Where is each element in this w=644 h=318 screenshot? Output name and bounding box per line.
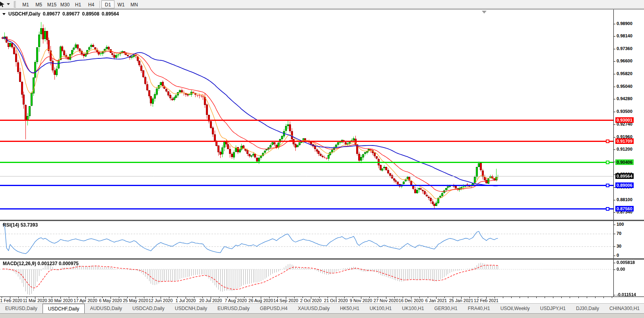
timeframe-buttons: M1M5M15M30H1H4D1W1MN xyxy=(19,0,141,8)
price-tick-label: 0.91200 xyxy=(617,147,632,151)
toolbar-separator xyxy=(99,1,100,8)
rsi-axis[interactable]: 10070300 xyxy=(613,221,644,258)
axis-tick-mark xyxy=(614,74,615,74)
time-tick-mark xyxy=(570,297,570,298)
symbol-collapse-icon[interactable] xyxy=(2,13,6,15)
chart-tab-gbpusd[interactable]: GBPUSD,H4 xyxy=(255,304,293,313)
hline-price-label: 0.87560 xyxy=(615,206,634,211)
hline-price-label: 0.89006 xyxy=(615,182,634,188)
time-tick-mark xyxy=(612,297,612,298)
price-tick-label: 0.94280 xyxy=(617,96,632,101)
time-tick-mark xyxy=(561,297,562,298)
date-label: 25 Jan 2021 xyxy=(449,298,473,303)
macd-panel: MACD(12,26,9) 0.001237 0.000975 0.005818… xyxy=(0,260,644,297)
rsi-scale-label: 0 xyxy=(617,253,619,258)
price-tick-label: 0.93500 xyxy=(617,109,632,114)
chart-tab-uk100[interactable]: UK100,H1 xyxy=(397,304,429,313)
quote-close: 0.89564 xyxy=(102,11,119,17)
cursor-tool-icon[interactable] xyxy=(0,1,6,8)
chart-tab-eurusd[interactable]: EURUSD,Daily xyxy=(212,304,255,313)
chart-tab-fra40[interactable]: FRA40,H1 xyxy=(463,304,495,313)
chart-tab-audusd[interactable]: AUDUSD,Daily xyxy=(85,304,127,313)
time-tick-mark xyxy=(528,297,528,298)
chart-tab-uk100[interactable]: UK100,H1 xyxy=(365,304,397,313)
date-label: 9 Nov 2020 xyxy=(350,298,372,303)
chart-tab-hk50[interactable]: HK50,H1 xyxy=(335,304,365,313)
date-label: 17 Apr 2020 xyxy=(74,298,97,303)
chart-tab-dj30[interactable]: DJ30,Daily xyxy=(571,304,604,313)
rsi-canvas[interactable] xyxy=(0,221,613,258)
time-tick-mark xyxy=(553,297,553,298)
chart-tab-usoil[interactable]: USOil,Weekly xyxy=(495,304,535,313)
date-label: 1 Jul 2020 xyxy=(176,298,196,303)
date-label: 2 Oct 2020 xyxy=(300,298,322,303)
bottom-strip xyxy=(0,313,644,318)
timeframe-button-m1[interactable]: M1 xyxy=(19,0,32,8)
quote-open: 0.89677 xyxy=(43,11,60,17)
date-label: 12 Feb 2021 xyxy=(474,298,499,303)
price-tick-label: 0.98140 xyxy=(617,33,632,38)
axis-tick-mark xyxy=(614,246,615,247)
axis-tick-mark xyxy=(614,270,615,270)
axis-tick-mark xyxy=(614,36,615,37)
date-label: 20 Jul 2020 xyxy=(200,298,222,303)
quote-high: 0.89677 xyxy=(62,11,80,17)
timeframe-button-mn[interactable]: MN xyxy=(128,0,141,8)
price-axis[interactable]: 0.989000.981400.973600.966000.958200.950… xyxy=(613,10,644,220)
price-tick-label: 0.98900 xyxy=(617,21,632,26)
chart-tab-usdcnh[interactable]: USDCNH,Daily xyxy=(170,304,212,313)
time-tick-mark xyxy=(545,297,545,298)
timeframe-button-m5[interactable]: M5 xyxy=(32,0,45,8)
timeframe-button-w1[interactable]: W1 xyxy=(114,0,128,8)
macd-canvas[interactable] xyxy=(0,260,613,297)
time-axis[interactable]: 21 Feb 202011 Mar 202030 Mar 202017 Apr … xyxy=(0,297,644,303)
chart-tab-usdchf[interactable]: USDCHF,Daily xyxy=(43,304,85,313)
date-label: 14 Sep 2020 xyxy=(274,298,298,303)
rsi-panel: RSI(14) 53.7393 10070300 xyxy=(0,221,644,258)
price-tick-label: 0.95040 xyxy=(617,84,632,89)
time-tick-mark xyxy=(603,297,604,298)
price-tick-label: 0.97360 xyxy=(617,46,632,51)
chart-tab-ger30[interactable]: GER30,H1 xyxy=(429,304,463,313)
chart-tab-eurusd[interactable]: EURUSD,Daily xyxy=(0,304,43,313)
time-tick-mark xyxy=(511,297,512,298)
bid-price-label: 0.89564 xyxy=(615,173,634,179)
axis-tick-mark xyxy=(614,212,615,213)
timeframe-button-h4[interactable]: H4 xyxy=(85,0,98,8)
macd-scale-label: 0.00 xyxy=(617,267,625,271)
chart-tab-china300[interactable]: CHINA300,H1 xyxy=(604,304,644,313)
timeframe-button-m30[interactable]: M30 xyxy=(58,0,72,8)
date-label: 21 Feb 2020 xyxy=(0,298,22,303)
price-chart-panel: USDCHF,Daily 0.89677 0.89677 0.89508 0.8… xyxy=(0,9,644,220)
chart-title: USDCHF,Daily 0.89677 0.89677 0.89508 0.8… xyxy=(2,11,119,17)
timeframe-toolbar: M1M5M15M30H1H4D1W1MN xyxy=(0,0,644,9)
chart-tab-usdjpy[interactable]: USDJPY,H1 xyxy=(535,304,570,313)
axis-tick-mark xyxy=(614,61,615,62)
macd-scale-label: 0.005818 xyxy=(617,260,635,265)
timeframe-button-h1[interactable]: H1 xyxy=(72,0,85,8)
date-label: 11 Mar 2020 xyxy=(23,298,47,303)
time-tick-mark xyxy=(595,297,596,298)
time-tick-mark xyxy=(578,297,579,298)
chart-symbol: USDCHF,Daily xyxy=(8,11,41,17)
timeframe-button-d1[interactable]: D1 xyxy=(101,0,114,8)
price-tick-label: 0.96600 xyxy=(617,58,632,63)
chart-tab-bar: EURUSD,DailyUSDCHF,DailyAUDUSD,DailyUSDC… xyxy=(0,303,644,313)
chart-shift-marker[interactable] xyxy=(482,11,487,14)
price-chart-canvas[interactable] xyxy=(0,10,613,220)
axis-tick-mark xyxy=(614,200,615,200)
macd-axis[interactable]: 0.0058180.00-0.011514 xyxy=(613,260,644,297)
date-label: 21 Oct 2020 xyxy=(324,298,348,303)
axis-tick-mark xyxy=(614,99,615,99)
chart-tab-xauusd[interactable]: XAUUSD,Daily xyxy=(293,304,335,313)
price-tick-label: 0.95820 xyxy=(617,71,632,76)
axis-tick-mark xyxy=(614,149,615,150)
time-tick-mark xyxy=(587,297,587,298)
date-label: 7 Aug 2020 xyxy=(225,298,247,303)
chart-tab-usdcad[interactable]: USDCAD,Daily xyxy=(127,304,170,313)
timeframe-button-m15[interactable]: M15 xyxy=(45,0,58,8)
tool-dropdown-caret[interactable] xyxy=(7,3,10,5)
date-label: 16 Dec 2020 xyxy=(399,298,423,303)
hline-price-label: 0.90406 xyxy=(615,159,634,165)
mt4-terminal: M1M5M15M30H1H4D1W1MN USDCHF,Daily 0.8967… xyxy=(0,0,644,318)
